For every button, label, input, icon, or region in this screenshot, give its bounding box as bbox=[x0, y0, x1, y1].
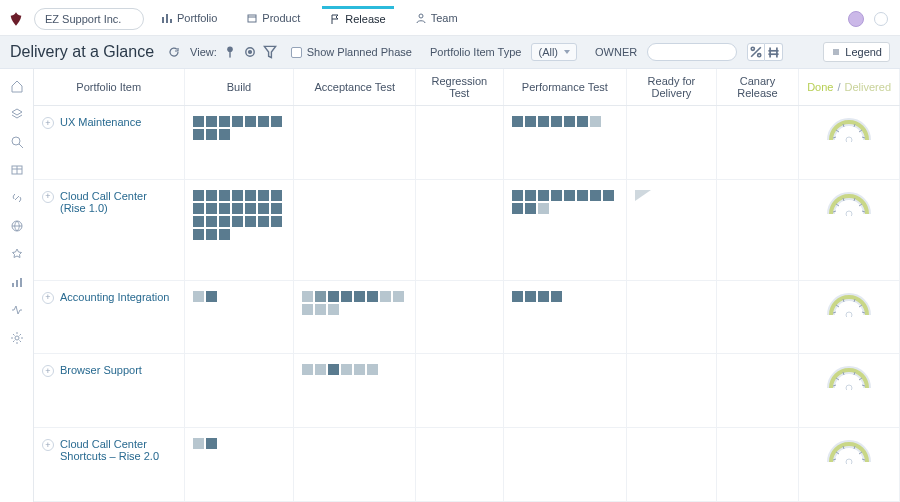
work-item-tile[interactable] bbox=[258, 216, 269, 227]
milestone-flag-icon[interactable] bbox=[635, 190, 651, 201]
work-item-tile[interactable] bbox=[577, 190, 588, 201]
work-item-tile[interactable] bbox=[512, 116, 523, 127]
work-item-tile[interactable] bbox=[328, 304, 339, 315]
work-item-tile[interactable] bbox=[245, 216, 256, 227]
work-item-tile[interactable] bbox=[206, 216, 217, 227]
col-done-delivered[interactable]: Done / Delivered bbox=[799, 69, 900, 106]
work-item-tile[interactable] bbox=[232, 190, 243, 201]
work-item-tile[interactable] bbox=[315, 291, 326, 302]
work-item-tile[interactable] bbox=[219, 229, 230, 240]
portfolio-item-name[interactable]: Accounting Integration bbox=[60, 291, 169, 303]
work-item-tile[interactable] bbox=[206, 438, 217, 449]
work-item-tile[interactable] bbox=[258, 203, 269, 214]
tab-release[interactable]: Release bbox=[322, 6, 393, 31]
work-item-tile[interactable] bbox=[193, 291, 204, 302]
work-item-tile[interactable] bbox=[193, 190, 204, 201]
work-item-tile[interactable] bbox=[525, 190, 536, 201]
star-icon[interactable] bbox=[10, 247, 24, 261]
work-item-tile[interactable] bbox=[219, 203, 230, 214]
work-item-tile[interactable] bbox=[354, 291, 365, 302]
work-item-tile[interactable] bbox=[258, 116, 269, 127]
work-item-tile[interactable] bbox=[219, 190, 230, 201]
work-item-tile[interactable] bbox=[525, 291, 536, 302]
work-item-tile[interactable] bbox=[328, 364, 339, 375]
work-item-tile[interactable] bbox=[302, 291, 313, 302]
target-icon[interactable] bbox=[243, 43, 257, 61]
expand-toggle[interactable]: + bbox=[42, 365, 54, 377]
pin-icon[interactable] bbox=[223, 43, 237, 61]
expand-toggle[interactable]: + bbox=[42, 439, 54, 451]
work-item-tile[interactable] bbox=[219, 116, 230, 127]
work-item-tile[interactable] bbox=[367, 364, 378, 375]
home-icon[interactable] bbox=[10, 79, 24, 93]
portfolio-type-select[interactable]: (All) bbox=[531, 43, 577, 61]
legend-button[interactable]: Legend bbox=[823, 42, 890, 62]
owner-input[interactable] bbox=[647, 43, 737, 61]
work-item-tile[interactable] bbox=[206, 129, 217, 140]
work-item-tile[interactable] bbox=[219, 216, 230, 227]
col-performance[interactable]: Performance Test bbox=[503, 69, 626, 106]
work-item-tile[interactable] bbox=[564, 190, 575, 201]
work-item-tile[interactable] bbox=[590, 190, 601, 201]
work-item-tile[interactable] bbox=[206, 116, 217, 127]
work-item-tile[interactable] bbox=[219, 129, 230, 140]
work-item-tile[interactable] bbox=[367, 291, 378, 302]
show-planned-checkbox[interactable]: Show Planned Phase bbox=[291, 46, 412, 58]
col-acceptance[interactable]: Acceptance Test bbox=[294, 69, 416, 106]
expand-toggle[interactable]: + bbox=[42, 292, 54, 304]
search-icon[interactable] bbox=[10, 135, 24, 149]
work-item-tile[interactable] bbox=[603, 190, 614, 201]
work-item-tile[interactable] bbox=[232, 116, 243, 127]
work-item-tile[interactable] bbox=[538, 190, 549, 201]
work-item-tile[interactable] bbox=[512, 291, 523, 302]
work-item-tile[interactable] bbox=[193, 438, 204, 449]
tab-portfolio[interactable]: Portfolio bbox=[154, 8, 225, 30]
work-item-tile[interactable] bbox=[232, 216, 243, 227]
work-item-tile[interactable] bbox=[551, 190, 562, 201]
work-item-tile[interactable] bbox=[341, 291, 352, 302]
globe-icon[interactable] bbox=[10, 219, 24, 233]
work-item-tile[interactable] bbox=[315, 364, 326, 375]
col-regression[interactable]: Regression Test bbox=[416, 69, 504, 106]
col-build[interactable]: Build bbox=[184, 69, 294, 106]
work-item-tile[interactable] bbox=[393, 291, 404, 302]
work-item-tile[interactable] bbox=[245, 116, 256, 127]
portfolio-item-name[interactable]: UX Maintenance bbox=[60, 116, 141, 128]
layers-icon[interactable] bbox=[10, 107, 24, 121]
work-item-tile[interactable] bbox=[328, 291, 339, 302]
work-item-tile[interactable] bbox=[538, 203, 549, 214]
count-view-button[interactable] bbox=[765, 43, 783, 61]
tab-product[interactable]: Product bbox=[239, 8, 308, 30]
work-item-tile[interactable] bbox=[271, 203, 282, 214]
work-item-tile[interactable] bbox=[525, 203, 536, 214]
work-item-tile[interactable] bbox=[245, 190, 256, 201]
work-item-tile[interactable] bbox=[232, 203, 243, 214]
work-item-tile[interactable] bbox=[577, 116, 588, 127]
refresh-icon[interactable] bbox=[168, 46, 180, 58]
work-item-tile[interactable] bbox=[315, 304, 326, 315]
col-canary[interactable]: Canary Release bbox=[716, 69, 798, 106]
table-icon[interactable] bbox=[10, 163, 24, 177]
work-item-tile[interactable] bbox=[564, 116, 575, 127]
expand-toggle[interactable]: + bbox=[42, 191, 54, 203]
work-item-tile[interactable] bbox=[538, 116, 549, 127]
col-portfolio-item[interactable]: Portfolio Item bbox=[34, 69, 184, 106]
work-item-tile[interactable] bbox=[271, 116, 282, 127]
work-item-tile[interactable] bbox=[245, 203, 256, 214]
work-item-tile[interactable] bbox=[206, 203, 217, 214]
workspace-picker[interactable]: EZ Support Inc. bbox=[34, 8, 144, 30]
portfolio-item-name[interactable]: Cloud Call Center Shortcuts – Rise 2.0 bbox=[60, 438, 176, 462]
work-item-tile[interactable] bbox=[193, 229, 204, 240]
bars-icon[interactable] bbox=[10, 275, 24, 289]
percent-view-button[interactable] bbox=[747, 43, 765, 61]
portfolio-item-name[interactable]: Browser Support bbox=[60, 364, 142, 376]
work-item-tile[interactable] bbox=[525, 116, 536, 127]
work-item-tile[interactable] bbox=[302, 364, 313, 375]
activity-icon[interactable] bbox=[10, 303, 24, 317]
work-item-tile[interactable] bbox=[206, 229, 217, 240]
portfolio-item-name[interactable]: Cloud Call Center (Rise 1.0) bbox=[60, 190, 176, 214]
work-item-tile[interactable] bbox=[258, 190, 269, 201]
tab-team[interactable]: Team bbox=[408, 8, 466, 30]
app-menu-button[interactable] bbox=[874, 12, 888, 26]
work-item-tile[interactable] bbox=[512, 203, 523, 214]
